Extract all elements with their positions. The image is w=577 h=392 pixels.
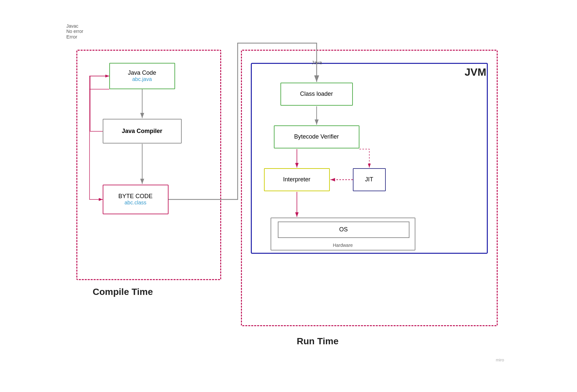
bytecode-verifier-node: Bytecode Verifier	[274, 125, 359, 148]
jit-node: JIT	[353, 168, 386, 191]
os-label: OS	[339, 226, 348, 233]
byte-code-subtitle: abc.class	[124, 200, 146, 206]
java-code-title: Java Code	[128, 69, 156, 76]
jit-label: JIT	[365, 176, 373, 183]
bytecode-verifier-label: Bytecode Verifier	[294, 133, 339, 140]
byte-code-title: BYTE CODE	[118, 193, 152, 200]
class-loader-label: Class loader	[300, 91, 333, 97]
java-code-subtitle: abc.java	[132, 76, 152, 82]
hardware-label: Hardware	[271, 243, 415, 248]
java-compiler-title: Java Compiler	[122, 128, 162, 135]
interpreter-label: Interpreter	[283, 176, 310, 183]
run-time-label: Run Time	[297, 336, 339, 347]
java-code-node: Java Code abc.java	[109, 63, 175, 89]
byte-code-node: BYTE CODE abc.class	[103, 185, 169, 214]
os-inner: OS	[278, 222, 409, 238]
miro-label: miro	[496, 357, 504, 362]
java-arrow-label: Java	[312, 60, 322, 65]
class-loader-node: Class loader	[280, 83, 353, 106]
interpreter-node: Interpreter	[264, 168, 330, 191]
no-error-label: No error	[66, 29, 511, 34]
javac-label: Javac	[66, 23, 511, 29]
compile-time-label: Compile Time	[93, 287, 153, 297]
java-compiler-node: Java Compiler	[103, 119, 182, 144]
os-hardware-node: OS Hardware	[271, 218, 415, 250]
jvm-label: JVM	[465, 66, 486, 78]
error-label: Error	[66, 34, 511, 39]
